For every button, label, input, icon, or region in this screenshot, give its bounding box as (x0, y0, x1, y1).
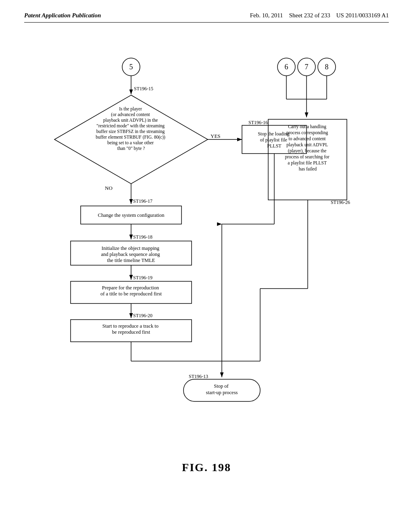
st196-16-label: ST196-16 (248, 120, 268, 125)
page-header: Patent Application Publication Feb. 10, … (24, 12, 389, 23)
publication-label: Patent Application Publication (24, 12, 101, 19)
st196-19-box-text: Prepare for the reproduction of a title … (100, 285, 162, 297)
header-info: Feb. 10, 2011 Sheet 232 of 233 US 2011/0… (250, 12, 389, 19)
st196-26-box-text: Carry out a handling process correspondi… (285, 124, 330, 171)
circle6-label: 6 (285, 63, 288, 71)
st196-13-label: ST196-13 (189, 374, 208, 379)
st196-26-label: ST196-26 (331, 200, 350, 205)
st196-19-label: ST196-19 (133, 275, 152, 281)
circle7-label: 7 (305, 63, 309, 71)
st196-16-box-text: Stop the loading of playlist file PLLST (258, 131, 291, 149)
circle8-label: 8 (325, 63, 329, 71)
publication-date: Feb. 10, 2011 (250, 12, 283, 19)
circle5-label: 5 (129, 63, 133, 71)
st196-15-label: ST196-15 (134, 86, 153, 91)
flowchart-svg: 5 6 7 8 ST196-15 Is the player (or advan… (24, 39, 389, 482)
st196-20-label: ST196-20 (133, 313, 152, 318)
st196-20-box-text: Start to reproduce a track to be reprodu… (102, 323, 160, 335)
diamond-text: Is the player (or advanced content playb… (96, 106, 166, 151)
figure-label: FIG. 198 (24, 461, 389, 474)
st196-17-box-text: Change the system configuration (98, 212, 165, 218)
sheet-info: Sheet 232 of 233 (289, 12, 330, 19)
yes-label: YES (211, 133, 221, 139)
st196-17-label: ST196-17 (133, 198, 152, 204)
no-label: NO (105, 185, 113, 191)
st196-18-label: ST196-18 (133, 234, 152, 240)
diagram-area: 5 6 7 8 ST196-15 Is the player (or advan… (24, 39, 389, 482)
patent-number: US 2011/0033169 A1 (336, 12, 389, 19)
st196-13-box-text: Stop of start-up process (206, 383, 238, 395)
st196-18-box-text: Initialize the object mapping and playba… (101, 245, 161, 263)
page: Patent Application Publication Feb. 10, … (0, 0, 413, 532)
